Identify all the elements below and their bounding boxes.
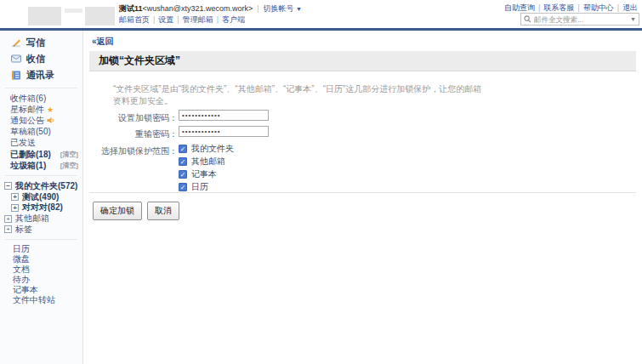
checkbox-checked-icon[interactable]: ✓ (179, 170, 187, 179)
expand-icon[interactable]: + (4, 215, 12, 223)
checkbox-row-my-folders: ✓ 我的文件夹 (179, 144, 234, 153)
star-icon: ★ (47, 105, 54, 114)
checkbox-label: 我的文件夹 (191, 143, 234, 155)
header-nav: 邮箱首页设置管理邮箱客户端 (119, 14, 245, 26)
contacts-button[interactable]: 通讯录 (0, 67, 82, 83)
scope-label: 选择加锁保护范围： (84, 145, 178, 157)
account-name: 测试11 (119, 4, 143, 13)
checkbox-label: 记事本 (191, 168, 217, 180)
sidebar-item-starred[interactable]: 星标邮件★ (0, 104, 82, 115)
sidebar-tree-test-folder[interactable]: +测试(490) (0, 191, 82, 202)
sidebar-tree-my-folders[interactable]: −我的文件夹(572) (0, 180, 82, 191)
expand-icon[interactable]: + (4, 225, 12, 233)
sidebar-item-drafts[interactable]: 草稿箱(50) (0, 127, 82, 138)
logo-placeholder-2 (85, 7, 115, 26)
sidebar-item-spam[interactable]: 垃圾箱(1)[清空] (0, 160, 82, 171)
form-divider (89, 192, 636, 193)
redacted-text (65, 9, 82, 13)
sidebar-item-file-transfer[interactable]: 文件中转站 (0, 295, 82, 305)
receive-button[interactable]: 收信 (0, 51, 82, 67)
checkbox-row-other-mailboxes: ✓ 其他邮箱 (179, 156, 225, 166)
form-actions: 确定加锁 取消 (93, 202, 179, 220)
checkbox-checked-icon[interactable]: ✓ (179, 157, 187, 166)
sidebar-divider (5, 175, 77, 176)
sidebar-item-announcements[interactable]: 通知公告 (0, 115, 82, 126)
folder-label: 星标邮件 (10, 104, 44, 116)
folder-label: 垃圾箱(1) (10, 160, 46, 172)
checkbox-row-notes: ✓ 记事本 (179, 169, 217, 179)
main-content: «返回 加锁“文件夹区域” “文件夹区域”是由“我的文件夹”、“其他邮箱”、“记… (84, 31, 642, 364)
compose-button[interactable]: 写信 (0, 35, 82, 51)
collapse-icon[interactable]: − (4, 182, 12, 190)
checkbox-label: 日历 (191, 181, 208, 193)
checkbox-checked-icon[interactable]: ✓ (179, 183, 187, 191)
checkbox-label: 其他邮箱 (191, 156, 225, 168)
confirm-password-label: 重输密码： (84, 128, 178, 140)
app-label: 文件中转站 (13, 294, 55, 306)
folder-label: 已发送 (10, 137, 36, 149)
confirm-password-field[interactable] (179, 126, 269, 137)
tree-label: 标签 (15, 224, 32, 236)
sidebar-item-sent[interactable]: 已发送 (0, 138, 82, 149)
account-address: <wushan@xty321.wecom.work> (143, 4, 253, 13)
nav-mail-home[interactable]: 邮箱首页 (119, 15, 150, 24)
password-label: 设置加锁密码： (84, 112, 178, 124)
search-icon (524, 15, 531, 23)
account-info: 测试11<wushan@xty321.wecom.work>|切换帐号 ▼ (119, 3, 302, 14)
search-box[interactable]: ▼ (520, 13, 639, 26)
pencil-icon (11, 38, 21, 48)
page-title: 加锁“文件夹区域” (89, 51, 636, 71)
receive-label: 收信 (26, 53, 45, 65)
address-book-icon (11, 71, 21, 80)
back-link[interactable]: «返回 (92, 36, 114, 48)
empty-folder-link[interactable]: [清空] (60, 161, 78, 170)
envelope-icon (11, 54, 21, 64)
cancel-button[interactable]: 取消 (147, 202, 179, 220)
nav-client[interactable]: 客户端 (213, 15, 245, 24)
search-input[interactable] (534, 15, 628, 24)
folder-label: 收件箱(6) (10, 93, 46, 105)
contacts-label: 通讯录 (26, 69, 54, 82)
speaker-icon (47, 117, 55, 124)
expand-icon[interactable]: + (11, 193, 19, 201)
sidebar-item-inbox[interactable]: 收件箱(6) (0, 93, 82, 104)
link-help-center[interactable]: 帮助中心 (574, 3, 613, 12)
chevron-down-icon: ▼ (296, 6, 302, 12)
webmail-app: 测试11<wushan@xty321.wecom.work>|切换帐号 ▼ 邮箱… (0, 0, 642, 364)
sidebar-tree-other-mailboxes[interactable]: +其他邮箱 (0, 213, 82, 225)
link-self-service[interactable]: 自助查询 (504, 3, 535, 12)
confirm-lock-button[interactable]: 确定加锁 (93, 202, 142, 220)
nav-settings[interactable]: 设置 (150, 15, 173, 24)
compose-label: 写信 (26, 37, 45, 49)
sidebar-tree-tags[interactable]: +标签 (0, 225, 82, 236)
search-scope-dropdown[interactable]: ▼ (628, 16, 636, 22)
description-text: “文件夹区域”是由“我的文件夹”、“其他邮箱”、“记事本”、“日历”这几部分进行… (113, 83, 481, 107)
checkbox-checked-icon[interactable]: ✓ (179, 145, 187, 153)
folder-label: 通知公告 (10, 115, 44, 127)
sidebar-divider (5, 239, 77, 240)
sidebar-tree-duiduidui-folder[interactable]: +对对对(82) (0, 202, 82, 213)
checkbox-row-calendar: ✓ 日历 (179, 182, 208, 191)
folder-label: 草稿箱(50) (10, 126, 51, 138)
logo-placeholder (28, 7, 61, 26)
link-contact-support[interactable]: 联系客服 (535, 3, 574, 12)
expand-icon[interactable]: + (11, 204, 19, 212)
nav-manage-mailbox[interactable]: 管理邮箱 (173, 15, 213, 24)
folder-label: 已删除(18) (10, 149, 51, 161)
sidebar-divider (5, 88, 77, 88)
link-logout[interactable]: 退出 (614, 3, 638, 12)
sidebar: 写信 收信 通讯录 收件箱(6) 星标邮件★ 通知公告 草稿箱(50) 已发送 … (0, 31, 83, 364)
empty-folder-link[interactable]: [清空] (60, 150, 78, 159)
switch-account-link[interactable]: 切换帐号 (264, 4, 294, 13)
password-field[interactable] (179, 110, 269, 121)
sidebar-item-deleted[interactable]: 已删除(18)[清空] (0, 149, 82, 160)
header: 测试11<wushan@xty321.wecom.work>|切换帐号 ▼ 邮箱… (0, 0, 642, 28)
